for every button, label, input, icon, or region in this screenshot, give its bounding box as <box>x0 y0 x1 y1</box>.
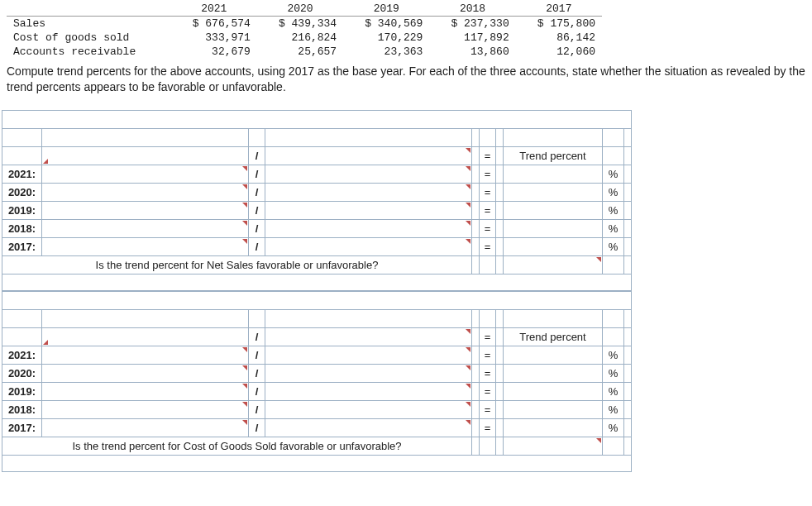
row-sales: Sales <box>7 17 171 31</box>
denominator-input[interactable] <box>265 219 472 237</box>
numerator-input[interactable] <box>42 183 249 201</box>
trend-percent-value[interactable] <box>504 237 603 255</box>
dropdown-icon <box>466 239 470 244</box>
numerator-input[interactable] <box>42 237 249 255</box>
numerator-input[interactable] <box>42 346 249 364</box>
col-2021: 2021 <box>171 2 257 17</box>
trend-percent-label: Trend percent <box>504 327 603 346</box>
numerator-label-cell[interactable] <box>42 327 249 346</box>
row-cogs: Cost of goods sold <box>7 31 171 45</box>
dropdown-icon <box>466 365 470 370</box>
row-ar: Accounts receivable <box>7 45 171 59</box>
denominator-input[interactable] <box>265 201 472 219</box>
dropdown-icon <box>242 384 247 389</box>
trend-percent-label: Trend percent <box>504 146 603 165</box>
dropdown-icon <box>43 159 48 164</box>
denominator-input[interactable] <box>265 400 472 418</box>
percent-symbol: % <box>603 219 624 237</box>
trend-percent-value[interactable] <box>504 346 603 364</box>
dropdown-icon <box>466 329 470 334</box>
denominator-label-cell[interactable] <box>265 146 472 165</box>
trend-percent-value[interactable] <box>504 219 603 237</box>
trend-percent-value[interactable] <box>504 418 603 437</box>
dropdown-icon <box>242 221 247 226</box>
numerator-input[interactable] <box>42 418 249 437</box>
section-title: Trend Percent for Net Sales: <box>2 110 632 128</box>
denominator-input[interactable] <box>265 165 472 183</box>
numerator-input[interactable] <box>42 201 249 219</box>
trend-percent-value[interactable] <box>504 382 603 400</box>
trend-percent-value[interactable] <box>504 201 603 219</box>
dropdown-icon <box>466 148 470 153</box>
dropdown-icon <box>466 402 470 407</box>
divide-symbol: / <box>249 309 265 327</box>
dropdown-icon <box>242 203 247 208</box>
worksheet-section: Trend Percent for Net Sales:Numerator:/D… <box>2 110 632 291</box>
dropdown-icon <box>466 384 470 389</box>
favorable-answer-input[interactable] <box>504 437 603 455</box>
denominator-input[interactable] <box>265 346 472 364</box>
dropdown-icon <box>596 438 601 443</box>
numerator-header: Numerator: <box>42 128 249 146</box>
denominator-header: Denominator: <box>265 309 472 327</box>
numerator-input[interactable] <box>42 165 249 183</box>
numerator-input[interactable] <box>42 219 249 237</box>
denominator-label-cell[interactable] <box>265 327 472 346</box>
denominator-input[interactable] <box>265 382 472 400</box>
denominator-input[interactable] <box>265 237 472 255</box>
dropdown-icon <box>242 184 247 189</box>
percent-symbol: % <box>603 201 624 219</box>
year-label: 2021: <box>2 165 42 183</box>
year-label: 2020: <box>2 183 42 201</box>
dropdown-icon <box>466 166 470 171</box>
dropdown-icon <box>466 420 470 425</box>
percent-symbol: % <box>603 382 624 400</box>
trend-percent-value[interactable] <box>504 165 603 183</box>
year-label: 2017: <box>2 237 42 255</box>
dropdown-icon <box>43 340 48 345</box>
dropdown-icon <box>242 347 247 352</box>
dropdown-icon <box>466 184 470 189</box>
dropdown-icon <box>596 257 601 262</box>
year-label: 2018: <box>2 219 42 237</box>
given-data-table: 2021 2020 2019 2018 2017 Sales $ 676,574… <box>7 2 602 59</box>
section-title: Trend Percent for Cost of Goods Sold: <box>2 291 632 309</box>
divide-symbol: / <box>249 128 265 146</box>
dropdown-icon <box>242 420 247 425</box>
year-label: 2018: <box>2 400 42 418</box>
denominator-input[interactable] <box>265 364 472 382</box>
year-label: 2017: <box>2 418 42 437</box>
year-label: 2019: <box>2 382 42 400</box>
percent-symbol: % <box>603 364 624 382</box>
numerator-input[interactable] <box>42 400 249 418</box>
denominator-input[interactable] <box>265 418 472 437</box>
numerator-label-cell[interactable] <box>42 146 249 165</box>
numerator-input[interactable] <box>42 382 249 400</box>
dropdown-icon <box>466 203 470 208</box>
dropdown-icon <box>466 221 470 226</box>
dropdown-icon <box>242 239 247 244</box>
numerator-input[interactable] <box>42 364 249 382</box>
col-2018: 2018 <box>429 2 515 17</box>
percent-symbol: % <box>603 418 624 437</box>
percent-symbol: % <box>603 346 624 364</box>
denominator-input[interactable] <box>265 183 472 201</box>
favorable-question: Is the trend percent for Net Sales favor… <box>2 255 472 274</box>
dropdown-icon <box>242 365 247 370</box>
favorable-answer-input[interactable] <box>504 255 603 274</box>
trend-percent-value[interactable] <box>504 364 603 382</box>
year-label: 2019: <box>2 201 42 219</box>
percent-symbol: % <box>603 400 624 418</box>
numerator-header: Numerator: <box>42 309 249 327</box>
dropdown-icon <box>242 402 247 407</box>
year-label: 2021: <box>2 346 42 364</box>
denominator-header: Denominator: <box>265 128 472 146</box>
favorable-question: Is the trend percent for Cost of Goods S… <box>2 437 472 455</box>
trend-percent-value[interactable] <box>504 400 603 418</box>
percent-symbol: % <box>603 237 624 255</box>
worksheet-section: Trend Percent for Cost of Goods Sold:Num… <box>2 291 632 472</box>
percent-symbol: % <box>603 183 624 201</box>
trend-percent-value[interactable] <box>504 183 603 201</box>
instructions-text: Compute trend percents for the above acc… <box>7 64 805 95</box>
dropdown-icon <box>466 347 470 352</box>
